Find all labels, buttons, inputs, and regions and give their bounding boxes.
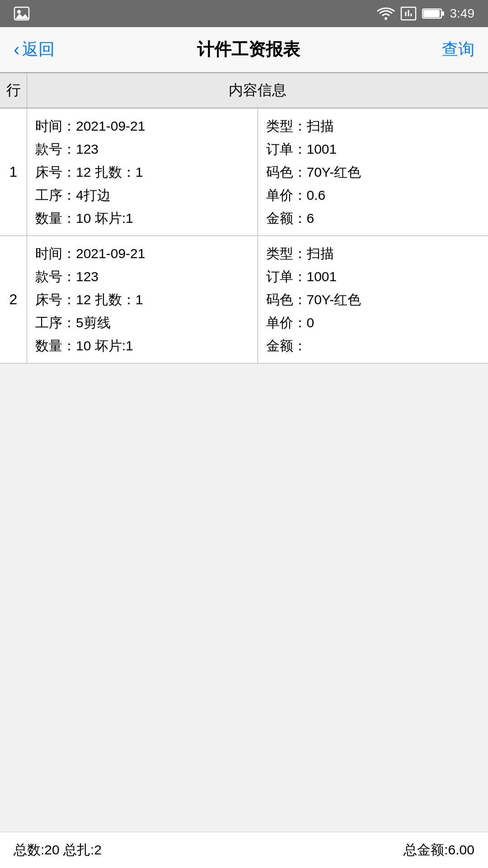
col-row-header: 行 [0, 73, 27, 108]
cell-amount: 金额：6 [266, 208, 480, 228]
cell-amount: 金额： [266, 335, 480, 356]
col-content-header: 内容信息 [27, 73, 488, 108]
data-table: 行 内容信息 1 时间：2021-09-21 款号：123 床号：12 扎数：1… [0, 72, 488, 363]
svg-rect-9 [423, 10, 440, 17]
cell-color: 码色：70Y-红色 [266, 289, 480, 310]
image-icon [14, 5, 30, 22]
row-content: 时间：2021-09-21 款号：123 床号：12 扎数：1 工序：5剪线 数… [27, 236, 488, 363]
nav-bar: ‹ 返回 计件工资报表 查询 [0, 27, 488, 72]
cell-time: 时间：2021-09-21 [35, 116, 249, 136]
footer-total-count: 总数:20 总扎:2 [14, 841, 102, 859]
cell-color: 码色：70Y-红色 [266, 162, 480, 182]
cell-quantity: 数量：10 坏片:1 [35, 335, 249, 356]
cell-bed: 床号：12 扎数：1 [35, 289, 249, 310]
cell-price: 单价：0 [266, 312, 480, 333]
table-row: 1 时间：2021-09-21 款号：123 床号：12 扎数：1 工序：4打边… [0, 108, 488, 236]
cell-type: 类型：扫描 [266, 243, 480, 264]
cell-order: 订单：1001 [266, 266, 480, 287]
cell-order: 订单：1001 [266, 139, 480, 159]
content-right: 类型：扫描 订单：1001 码色：70Y-红色 单价：0.6 金额：6 [258, 108, 488, 236]
cell-process: 工序：4打边 [35, 185, 249, 205]
cell-type: 类型：扫描 [266, 116, 480, 136]
cell-time: 时间：2021-09-21 [35, 243, 249, 264]
status-time: 3:49 [450, 6, 475, 21]
svg-rect-8 [442, 11, 444, 16]
cell-style: 款号：123 [35, 139, 249, 159]
footer-total-amount: 总金额:6.00 [404, 841, 474, 859]
back-label: 返回 [22, 38, 55, 61]
cell-process: 工序：5剪线 [35, 312, 249, 333]
cell-bed: 床号：12 扎数：1 [35, 162, 249, 182]
page-title: 计件工资报表 [197, 38, 300, 61]
content-right: 类型：扫描 订单：1001 码色：70Y-红色 单价：0 金额： [258, 236, 488, 363]
back-button[interactable]: ‹ 返回 [14, 38, 55, 61]
status-bar-left [14, 5, 30, 22]
cell-quantity: 数量：10 坏片:1 [35, 208, 249, 228]
svg-point-1 [17, 10, 21, 14]
table-header: 行 内容信息 [0, 72, 488, 108]
signal-icon [400, 6, 417, 21]
row-number: 1 [0, 108, 27, 236]
row-content: 时间：2021-09-21 款号：123 床号：12 扎数：1 工序：4打边 数… [27, 108, 488, 236]
battery-icon [422, 7, 445, 20]
svg-point-2 [385, 17, 387, 20]
wifi-icon [377, 6, 395, 21]
cell-price: 单价：0.6 [266, 185, 480, 205]
status-bar: 3:49 [0, 0, 488, 27]
status-bar-right: 3:49 [377, 6, 475, 21]
query-button[interactable]: 查询 [442, 38, 474, 61]
empty-area [0, 363, 488, 832]
cell-style: 款号：123 [35, 266, 249, 287]
row-number: 2 [0, 236, 27, 363]
chevron-left-icon: ‹ [14, 39, 19, 60]
content-left: 时间：2021-09-21 款号：123 床号：12 扎数：1 工序：5剪线 数… [27, 236, 258, 363]
content-left: 时间：2021-09-21 款号：123 床号：12 扎数：1 工序：4打边 数… [27, 108, 258, 236]
footer: 总数:20 总扎:2 总金额:6.00 [0, 832, 488, 868]
table-row: 2 时间：2021-09-21 款号：123 床号：12 扎数：1 工序：5剪线… [0, 236, 488, 363]
